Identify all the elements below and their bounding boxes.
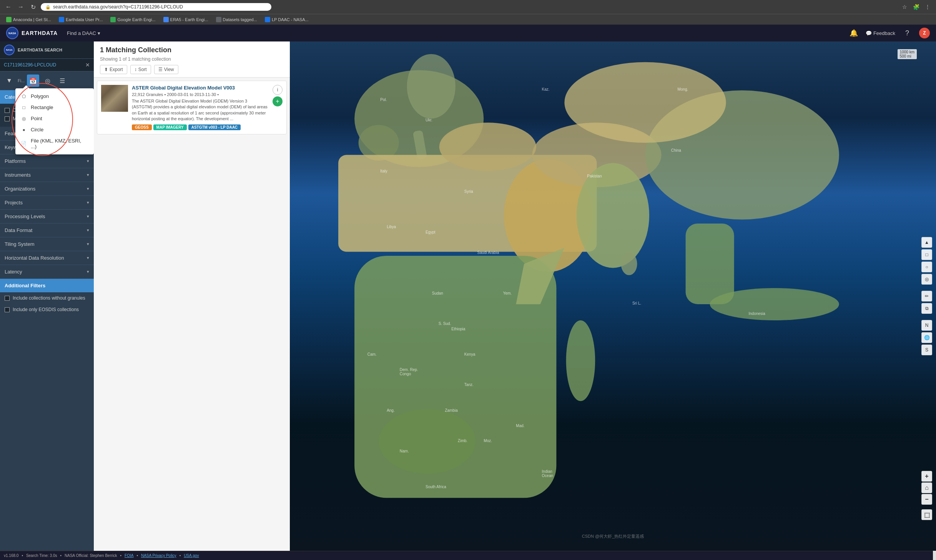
projects-label: Projects	[5, 200, 23, 205]
bookmark-earthdata-label: Earthdata User Pr...	[66, 17, 103, 22]
resolution-label: Horizontal Data Resolution	[5, 255, 64, 261]
latency-label: Latency	[5, 269, 22, 275]
map-zoom-controls: + ⌂ − ⬚	[921, 471, 932, 520]
extensions-icon[interactable]: 🧩	[911, 2, 921, 12]
view-label: View	[164, 67, 174, 72]
eosdis-checkbox[interactable]	[5, 307, 10, 312]
svg-point-10	[439, 123, 536, 171]
layers-button[interactable]: ⬚	[921, 509, 932, 520]
projects-header[interactable]: Projects ▾	[0, 196, 94, 209]
instruments-header[interactable]: Instruments ▾	[0, 168, 94, 182]
earthdata-title: EARTHDATA	[22, 30, 58, 36]
clear-query-button[interactable]: ✕	[85, 62, 90, 68]
circle-tool-button[interactable]: ○	[921, 262, 932, 272]
platforms-section: Platforms ▾	[0, 154, 94, 168]
export-button[interactable]: ⬆ Export	[100, 65, 127, 74]
bookmark-era5-label: ERA5 - Earth Engi...	[170, 17, 208, 22]
bookmark-datasets[interactable]: Datasets tagged...	[213, 16, 260, 23]
instruments-label: Instruments	[5, 172, 31, 178]
rectangle-icon: □	[21, 105, 27, 110]
customizable-checkbox[interactable]	[5, 108, 10, 113]
spatial-tool-button[interactable]: ◎	[42, 75, 54, 87]
tag-map-imagery[interactable]: MAP IMAGERY	[153, 124, 187, 130]
back-button[interactable]: ←	[4, 2, 13, 12]
tag-astgtm[interactable]: ASTGTM v003 - LP DAAC	[188, 124, 241, 130]
view-icon: ☰	[158, 67, 163, 72]
pan-up-button[interactable]: ▲	[921, 237, 932, 248]
version-text: v1.168.0	[4, 553, 18, 558]
point-tool-button[interactable]: ◎	[921, 274, 932, 285]
circle-label: Circle	[31, 127, 43, 133]
menu-icon[interactable]: ⋮	[923, 2, 932, 12]
foia-link[interactable]: FOIA	[125, 553, 133, 558]
result-add-button[interactable]: +	[273, 96, 283, 106]
sidebar: NASA EARTHDATA SEARCH C1711961296-LPCLOU…	[0, 41, 94, 551]
edit-button[interactable]: ✏	[921, 291, 932, 302]
result-thumb-image	[101, 85, 128, 112]
without-granules-filter[interactable]: Include collections without granules	[0, 292, 94, 304]
bookmark-lp-daac-label: LP DAAC - NASA...	[272, 17, 309, 22]
platforms-label: Platforms	[5, 158, 26, 164]
data-format-header[interactable]: Data Format ▾	[0, 224, 94, 237]
copy-button[interactable]: ⧉	[921, 303, 932, 314]
result-title[interactable]: ASTER Global Digital Elevation Model V00…	[132, 85, 269, 91]
star-icon[interactable]: ☆	[900, 2, 909, 12]
nasa-logo-circle: NASA	[6, 27, 18, 39]
rectangle-tool-button[interactable]: □	[921, 249, 932, 260]
processing-levels-chevron: ▾	[87, 214, 89, 219]
tiling-header[interactable]: Tiling System ▾	[0, 237, 94, 251]
help-icon[interactable]: ?	[901, 27, 913, 39]
globe-button[interactable]: 🌐	[921, 332, 932, 343]
rectangle-option[interactable]: □ Rectangle	[15, 102, 94, 113]
eosdis-label: Include only EOSDIS collections	[13, 307, 79, 312]
bookmark-google-earth[interactable]: Google Earth Engi...	[107, 16, 158, 23]
polygon-option[interactable]: ⬠ Polygon	[15, 91, 94, 102]
bookmark-anaconda[interactable]: Anaconda | Get St...	[3, 16, 54, 23]
without-granules-checkbox[interactable]	[5, 296, 10, 301]
bookmark-era5[interactable]: ERA5 - Earth Engi...	[160, 16, 211, 23]
find-daac-label: Find a DAAC	[67, 30, 96, 36]
file-option[interactable]: 📄 File (KML, KMZ, ESRI, ...)	[15, 135, 94, 152]
results-panel: 1 Matching Collection Showing 1 of 1 mat…	[94, 41, 290, 551]
refresh-button[interactable]: ↻	[28, 2, 38, 12]
filter-icon[interactable]: ▼	[3, 75, 15, 87]
usagov-link[interactable]: USA.gov	[184, 553, 199, 558]
data-format-section: Data Format ▾	[0, 224, 94, 237]
home-button[interactable]: ⌂	[921, 482, 932, 493]
latency-section: Latency ▾	[0, 265, 94, 279]
latency-header[interactable]: Latency ▾	[0, 265, 94, 278]
notification-icon[interactable]: 🔔	[848, 27, 860, 39]
bookmark-lp-daac[interactable]: LP DAAC - NASA...	[262, 16, 312, 23]
resolution-header[interactable]: Horizontal Data Resolution ▾	[0, 251, 94, 265]
privacy-link[interactable]: NASA Privacy Policy	[141, 553, 176, 558]
results-list: ASTER Global Digital Elevation Model V00…	[94, 78, 290, 551]
address-bar[interactable]: 🔒 search.earthdata.nasa.gov/search?q=C17…	[41, 3, 271, 11]
result-card: ASTER Global Digital Elevation Model V00…	[97, 81, 287, 134]
eosdis-filter[interactable]: Include only EOSDIS collections	[0, 304, 94, 315]
bookmark-earthdata[interactable]: Earthdata User Pr...	[56, 16, 106, 23]
organizations-header[interactable]: Organizations ▾	[0, 182, 94, 196]
organizations-label: Organizations	[5, 186, 35, 192]
south-button[interactable]: S	[921, 345, 932, 355]
view-button[interactable]: ☰ View	[154, 65, 178, 74]
point-option[interactable]: ◎ Point	[15, 113, 94, 124]
sort-button[interactable]: ↕ Sort	[130, 65, 151, 74]
user-avatar[interactable]: Z	[919, 28, 930, 38]
north-button[interactable]: N	[921, 320, 932, 331]
list-tool-button[interactable]: ☰	[56, 75, 68, 87]
filter-label: Fi...	[18, 78, 25, 83]
result-info-button[interactable]: i	[273, 85, 283, 95]
processing-levels-header[interactable]: Processing Levels ▾	[0, 210, 94, 223]
bookmark-anaconda-label: Anaconda | Get St...	[13, 17, 51, 22]
circle-option[interactable]: ● Circle	[15, 124, 94, 135]
forward-button[interactable]: →	[16, 2, 25, 12]
map-imagery-checkbox[interactable]	[5, 116, 10, 121]
zoom-in-button[interactable]: +	[921, 471, 932, 482]
find-daac-button[interactable]: Find a DAAC ▾	[67, 30, 100, 36]
platforms-header[interactable]: Platforms ▾	[0, 154, 94, 168]
feedback-icon: 💬	[866, 30, 872, 36]
circle-icon: ●	[21, 127, 27, 133]
tag-geoss[interactable]: GEOSS	[132, 124, 152, 130]
zoom-out-button[interactable]: −	[921, 494, 932, 505]
feedback-button[interactable]: 💬 Feedback	[866, 30, 895, 36]
